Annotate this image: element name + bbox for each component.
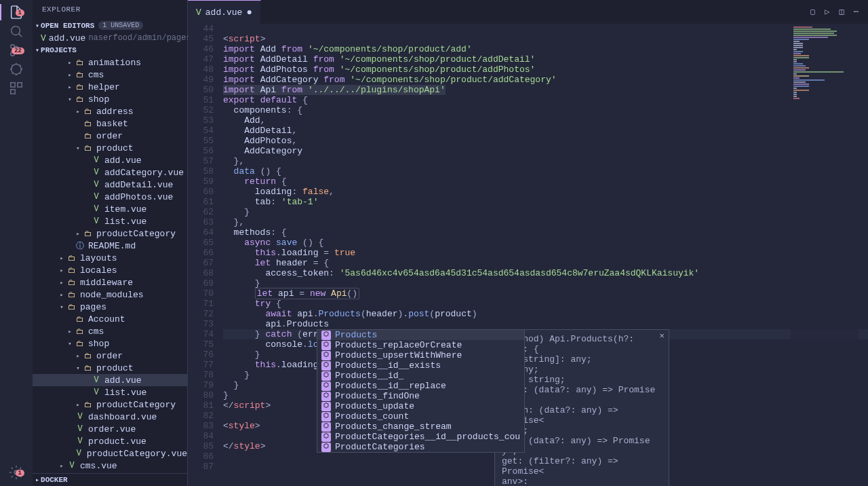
close-icon[interactable]: ×	[659, 331, 665, 341]
folder-icon: 🗀	[83, 351, 94, 361]
tree-item-helper[interactable]: ▸🗀helper	[33, 81, 187, 93]
tree-item-README-md[interactable]: ▸ⓘREADME.md	[33, 240, 187, 252]
folder-icon: 🗀	[75, 70, 85, 80]
debug-icon[interactable]	[8, 61, 24, 77]
tree-item-middleware[interactable]: ▸🗀middleware	[33, 276, 187, 288]
tree-item-Account[interactable]: ▸🗀Account	[33, 313, 187, 325]
more-icon[interactable]: ⋯	[854, 7, 859, 17]
search-icon[interactable]	[8, 23, 24, 39]
suggest-item[interactable]: ⬡ProductCategories	[317, 442, 524, 452]
svg-rect-6	[18, 83, 22, 87]
tree-item-basket[interactable]: ▸🗀basket	[33, 117, 187, 130]
tab-dirty-icon[interactable]: ●	[246, 7, 252, 18]
settings-icon[interactable]: 1	[8, 464, 24, 481]
suggest-item[interactable]: ⬡Products_update	[317, 401, 524, 411]
docker-header[interactable]: ▸DOCKER	[33, 473, 187, 486]
suggest-item[interactable]: ⬡Products__id__exists	[317, 360, 524, 371]
folder-icon: 🗀	[66, 278, 77, 288]
tree-item-order[interactable]: ▸🗀order	[33, 130, 187, 142]
method-icon: ⬡	[321, 331, 331, 340]
tree-item-list-vue[interactable]: ▸Vlist.vue	[33, 215, 187, 227]
tree-item-add-vue[interactable]: ▸Vadd.vue	[33, 374, 187, 386]
explorer-title: EXPLORER	[33, 0, 187, 19]
method-icon: ⬡	[321, 443, 331, 452]
files-icon[interactable]: 1	[8, 4, 24, 20]
svg-rect-7	[11, 90, 15, 94]
suggest-item[interactable]: ⬡Products_replaceOrCreate	[317, 340, 524, 350]
folder-icon: 🗀	[75, 314, 85, 324]
folder-icon: 🗀	[75, 326, 85, 337]
split-editor-icon[interactable]: ◫	[840, 7, 844, 17]
vue-icon: V	[91, 180, 102, 189]
md-icon: ⓘ	[75, 240, 85, 252]
code-area[interactable]: <script>import Add from '~/components/sh…	[223, 24, 868, 486]
vue-icon: V	[91, 192, 102, 202]
suggest-item[interactable]: ⬡Products__id_	[317, 371, 524, 381]
tree-item-order[interactable]: ▸🗀order	[33, 350, 187, 362]
tree-item-order-vue[interactable]: ▸Vorder.vue	[33, 423, 187, 435]
tree-item-list-vue[interactable]: ▸Vlist.vue	[33, 386, 187, 398]
tree-item-shop[interactable]: ▾🗀shop	[33, 337, 187, 350]
vue-icon: V	[41, 33, 46, 43]
tree-item-productCategory[interactable]: ▸🗀productCategory	[33, 398, 187, 411]
tree-item-addCategory-vue[interactable]: ▸VaddCategory.vue	[33, 166, 187, 179]
suggest-item[interactable]: ⬡Products_upsertWithWhere	[317, 350, 524, 360]
projects-header[interactable]: ▾PROJECTS	[33, 44, 187, 56]
vue-icon: V	[75, 436, 85, 446]
svg-point-0	[12, 26, 20, 35]
folder-icon: 🗀	[75, 82, 85, 92]
extensions-icon[interactable]	[8, 80, 24, 96]
folder-icon: 🗀	[83, 143, 94, 153]
suggest-item[interactable]: ⬡Products_count	[317, 411, 524, 422]
vue-icon: V	[66, 461, 77, 470]
tree-item-addPhotos-vue[interactable]: ▸VaddPhotos.vue	[33, 191, 187, 203]
tree-item-product-vue[interactable]: ▸Vproduct.vue	[33, 435, 187, 447]
tree-item-node_modules[interactable]: ▸🗀node_modules	[33, 288, 187, 301]
tree-item-product[interactable]: ▾🗀product	[33, 362, 187, 374]
tree-item-shop[interactable]: ▾🗀shop	[33, 93, 187, 105]
folder-icon: 🗀	[75, 339, 85, 349]
suggest-item[interactable]: ⬡Products_findOne	[317, 391, 524, 401]
minimap[interactable]	[791, 24, 859, 486]
method-icon: ⬡	[321, 341, 331, 350]
open-editors-header[interactable]: ▾OPEN EDITORS1 UNSAVED	[33, 19, 187, 32]
tree-item-item-vue[interactable]: ▸Vitem.vue	[33, 203, 187, 215]
method-icon: ⬡	[321, 371, 331, 381]
tree-item-pages[interactable]: ▾🗀pages	[33, 301, 187, 313]
tree-item-cms-vue[interactable]: ▸Vcms.vue	[33, 460, 187, 472]
suggest-widget[interactable]: ⬡Products⬡Products_replaceOrCreate⬡Produ…	[317, 329, 525, 453]
vue-icon: V	[196, 7, 201, 18]
tree-item-cms[interactable]: ▸🗀cms	[33, 69, 187, 81]
suggest-item[interactable]: ⬡ProductCategories__id__products_cou	[317, 432, 524, 442]
method-icon: ⬡	[321, 402, 331, 411]
svg-rect-5	[11, 83, 15, 87]
vue-icon: V	[91, 388, 102, 397]
tree-item-animations[interactable]: ▸🗀animations	[33, 56, 187, 69]
open-editor-item[interactable]: V add.vue naserfood/admin/pages/shop/p..…	[33, 32, 187, 44]
tree-item-productCategory-vue[interactable]: ▸VproductCategory.vue	[33, 447, 187, 460]
folder-icon: 🗀	[75, 94, 85, 105]
tree-item-dashboard-vue[interactable]: ▸Vdashboard.vue	[33, 411, 187, 423]
tab-add-vue[interactable]: V add.vue ●	[188, 0, 261, 24]
method-icon: ⬡	[321, 392, 331, 401]
split-icon[interactable]: ▢	[810, 7, 815, 17]
vue-icon: V	[91, 217, 102, 226]
svg-point-4	[12, 64, 22, 75]
tree-item-layouts[interactable]: ▸🗀layouts	[33, 252, 187, 264]
suggest-item[interactable]: ⬡Products	[317, 330, 524, 340]
git-icon[interactable]: 22	[8, 42, 24, 58]
run-icon[interactable]: ▷	[825, 7, 829, 17]
tree-item-add-vue[interactable]: ▸Vadd.vue	[33, 154, 187, 166]
vue-icon: V	[91, 168, 102, 177]
tree-item-address[interactable]: ▸🗀address	[33, 105, 187, 117]
tree-item-addDetail-vue[interactable]: ▸VaddDetail.vue	[33, 179, 187, 191]
tree-item-cms[interactable]: ▸🗀cms	[33, 325, 187, 337]
tree-item-locales[interactable]: ▸🗀locales	[33, 264, 187, 276]
folder-icon: 🗀	[83, 363, 94, 373]
tree-item-product[interactable]: ▾🗀product	[33, 142, 187, 154]
suggest-item[interactable]: ⬡Products__id__replace	[317, 381, 524, 391]
tree-item-productCategory[interactable]: ▸🗀productCategory	[33, 227, 187, 240]
folder-icon: 🗀	[66, 302, 77, 312]
suggest-item[interactable]: ⬡Products_change_stream	[317, 422, 524, 432]
folder-icon: 🗀	[75, 58, 85, 68]
